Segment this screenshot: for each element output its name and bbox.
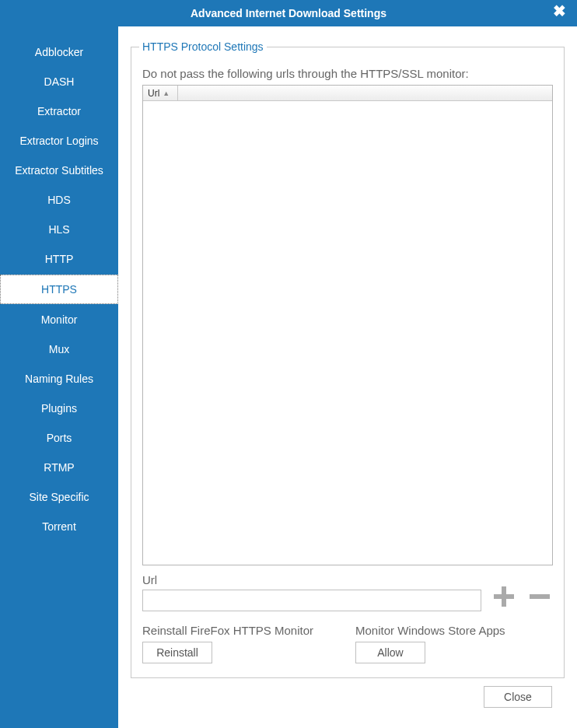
url-input[interactable] xyxy=(142,590,481,611)
sidebar-item-mux[interactable]: Mux xyxy=(0,335,118,363)
content-area: HTTPS Protocol Settings Do not pass the … xyxy=(118,26,577,728)
instruction-text: Do not pass the following urls through t… xyxy=(142,67,553,80)
sidebar-item-adblocker[interactable]: Adblocker xyxy=(0,38,118,66)
url-exclusion-table[interactable]: Url ▲ xyxy=(142,85,553,565)
settings-window: Advanced Internet Download Settings ✖ Ad… xyxy=(0,0,577,728)
sidebar-item-plugins[interactable]: Plugins xyxy=(0,394,118,422)
table-body[interactable] xyxy=(143,101,552,565)
svg-rect-2 xyxy=(530,594,550,599)
footer: Close xyxy=(131,678,565,719)
window-title: Advanced Internet Download Settings xyxy=(191,7,386,19)
firefox-monitor-label: Reinstall FireFox HTTPS Monitor xyxy=(142,624,340,637)
sidebar-item-extractor-subtitles[interactable]: Extractor Subtitles xyxy=(0,156,118,184)
sidebar: Adblocker DASH Extractor Extractor Login… xyxy=(0,26,118,728)
sidebar-item-dash[interactable]: DASH xyxy=(0,68,118,96)
sidebar-item-extractor-logins[interactable]: Extractor Logins xyxy=(0,127,118,155)
allow-button[interactable]: Allow xyxy=(355,642,425,663)
svg-rect-1 xyxy=(494,594,514,599)
table-column-url[interactable]: Url ▲ xyxy=(143,86,178,100)
sidebar-item-monitor[interactable]: Monitor xyxy=(0,306,118,334)
plus-icon xyxy=(491,583,517,610)
groupbox-legend: HTTPS Protocol Settings xyxy=(139,40,267,53)
url-input-label: Url xyxy=(142,573,481,586)
minus-icon xyxy=(526,583,553,610)
close-icon[interactable]: ✖ xyxy=(553,3,566,19)
store-apps-label: Monitor Windows Store Apps xyxy=(355,624,553,637)
sidebar-item-http[interactable]: HTTP xyxy=(0,245,118,273)
sidebar-item-site-specific[interactable]: Site Specific xyxy=(0,483,118,511)
table-header: Url ▲ xyxy=(143,86,552,101)
body-area: Adblocker DASH Extractor Extractor Login… xyxy=(0,26,577,728)
reinstall-button[interactable]: Reinstall xyxy=(142,642,212,663)
titlebar: Advanced Internet Download Settings ✖ xyxy=(0,0,577,26)
remove-url-button[interactable] xyxy=(526,583,553,611)
column-label: Url xyxy=(148,88,159,99)
sidebar-item-ports[interactable]: Ports xyxy=(0,424,118,452)
sidebar-item-torrent[interactable]: Torrent xyxy=(0,513,118,541)
lower-actions-row: Reinstall FireFox HTTPS Monitor Reinstal… xyxy=(142,624,553,663)
url-input-block: Url xyxy=(142,573,481,611)
add-url-button[interactable] xyxy=(491,583,517,611)
firefox-monitor-block: Reinstall FireFox HTTPS Monitor Reinstal… xyxy=(142,624,340,663)
sidebar-item-rtmp[interactable]: RTMP xyxy=(0,453,118,481)
store-apps-block: Monitor Windows Store Apps Allow xyxy=(355,624,553,663)
sidebar-item-naming-rules[interactable]: Naming Rules xyxy=(0,365,118,393)
https-protocol-groupbox: HTTPS Protocol Settings Do not pass the … xyxy=(131,40,565,678)
sort-asc-icon: ▲ xyxy=(163,89,170,97)
url-input-row: Url xyxy=(142,573,553,611)
sidebar-item-hls[interactable]: HLS xyxy=(0,215,118,243)
close-button[interactable]: Close xyxy=(484,686,552,708)
sidebar-item-https[interactable]: HTTPS xyxy=(0,275,118,304)
sidebar-item-hds[interactable]: HDS xyxy=(0,186,118,214)
table-column-spacer xyxy=(178,86,552,100)
sidebar-item-extractor[interactable]: Extractor xyxy=(0,97,118,125)
